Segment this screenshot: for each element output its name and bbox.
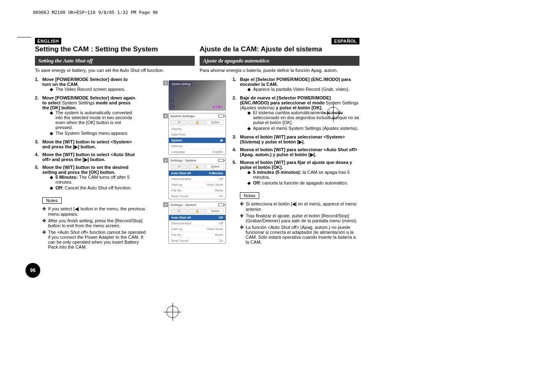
overlay-icon (170, 93, 175, 97)
screenshot-3: 3 System Settings ⚙ 🔒 System Display Dat… (168, 113, 226, 155)
menu-row-selected: Auto Shut offOff (169, 214, 226, 220)
club-icon: ✤ (42, 218, 48, 228)
lang-label-spanish: ESPAÑOL (332, 38, 359, 44)
step-number: 5. (35, 165, 42, 191)
diamond-icon: ◆ (50, 175, 55, 184)
step-text: Baje de nuevo el [Selector POWER/MODE] (… (240, 95, 359, 110)
step-text: Move [POWER/MODE Selector] down again to… (42, 95, 138, 110)
step-item: 2. Baje de nuevo el [Selector POWER/MODE… (233, 95, 359, 132)
intro-right: Para ahorrar energía o batería, puede de… (200, 68, 359, 73)
menu-row: DemonstrationOff (169, 176, 226, 182)
sub-bullet-text: Off: Cancel the Auto Shut off function. (55, 185, 132, 191)
step-text: Move the [W/T] button to select <Auto Sh… (42, 152, 138, 162)
registration-mark (166, 306, 179, 318)
note-text: Tras finalizar el ajuste, pulse el botón… (246, 213, 359, 223)
step-number: 2. (233, 95, 240, 132)
menu-row: Start-upVideo Mode (169, 182, 226, 187)
menu-row: Start-upVideo Mode (169, 226, 226, 232)
diamond-icon: ◆ (50, 110, 55, 130)
note-text: If you select [◀] button in the menu, th… (48, 206, 147, 217)
note-text: La función <Auto Shut off> (Apag. autom.… (246, 225, 359, 244)
print-header: 00906J M2100 UK+ESP~110 9/8/05 1:32 PM P… (33, 10, 158, 15)
tab-icon: 🔒 (189, 209, 206, 214)
step-text: Baje el [Selector POWER/MODE] (ENC./MODO… (240, 77, 359, 87)
menu-row-selected: System▶ (169, 137, 226, 143)
tab-system: System (207, 209, 224, 214)
diamond-icon: ◆ (247, 126, 253, 131)
page-number-badge: 96 (25, 263, 40, 278)
steps-right: 1. Baje el [Selector POWER/MODE] (ENC./M… (233, 77, 359, 244)
tab-icon: ⚙ (170, 164, 188, 169)
sub-bullet-text: The Video Record screen appears. (55, 87, 125, 92)
sub-bullet-text: 5 Minutes: The CAM turns off after 5 min… (55, 175, 138, 184)
menu-row: DemonstrationOff (169, 220, 226, 226)
step-number: 3. (233, 134, 240, 145)
step-text: Move the [W/T] button to select <System>… (42, 139, 138, 150)
sub-bullet-text: Aparece el menú System Settings (Ajustes… (253, 126, 358, 131)
lang-label-english: ENGLISH (35, 38, 61, 44)
tab-icon: 🔒 (189, 120, 206, 125)
diamond-icon: ◆ (50, 87, 55, 92)
sub-bullet-text: Aparece la pantalla Video Record (Grab. … (253, 87, 350, 92)
menu-row: Date/Time (169, 131, 226, 137)
menu-row: Memory (169, 143, 226, 149)
step-text: Move [POWER/MODE Selector] down to turn … (42, 77, 138, 87)
step-number: 3. (35, 139, 42, 150)
sub-bullet-text: 5 minutes (5 minutos): la CAM se apaga t… (253, 170, 359, 180)
menu-row: Beep SoundOn (169, 193, 226, 199)
step-item: 1. Baje el [Selector POWER/MODE] (ENC./M… (233, 77, 359, 93)
menu-row-selected: Auto Shut off5 Minutes (169, 170, 226, 176)
menu-row: File No.Reset (169, 232, 226, 238)
notes-label-right: Notas (240, 192, 259, 199)
screenshot-badge: 2 (163, 81, 168, 85)
screenshot-badge: 5 (163, 202, 168, 207)
screenshot-4: 4 Settings : System ⚙ 🔒 System Auto Shut… (168, 157, 226, 199)
crop-mark (17, 37, 31, 37)
subsection-bar-right: Ajuste de apagado automático (200, 56, 359, 66)
menu-row: Display (169, 126, 226, 131)
step-item: 4. Mueva el botón [W/T] para seleccionar… (233, 147, 359, 157)
step-number: 5. (233, 160, 240, 187)
menu-row: File No.Reset (169, 187, 226, 193)
sub-bullet-text: The System Settings menu appears. (55, 131, 129, 136)
step-number: 1. (233, 77, 240, 93)
steps-left: 1. Move [POWER/MODE Selector] down to tu… (35, 77, 138, 191)
battery-icon (218, 115, 224, 118)
club-icon: ✤ (240, 225, 246, 244)
diamond-icon: ◆ (247, 87, 253, 92)
step-text: Mueva el botón [W/T] para fijar el ajust… (240, 160, 359, 170)
notes-list-right: ✤Si selecciona el botón [◀] en el menú, … (240, 201, 359, 244)
tab-icon: 🔒 (189, 164, 206, 169)
section-title-left: Setting the CAM : Setting the System (35, 45, 195, 53)
diamond-icon: ◆ (50, 185, 55, 191)
screenshot-title: Settings : System (170, 203, 196, 207)
step-item: 5. Move the [W/T] button to set the desi… (35, 165, 138, 191)
screenshot-title: System Settings (170, 114, 194, 118)
step-text: Move the [W/T] button to set the desired… (42, 165, 138, 175)
battery-icon (218, 159, 224, 162)
club-icon: ✤ (42, 230, 48, 249)
step-text: Mueva el botón [W/T] para seleccionar <S… (240, 134, 359, 145)
section-title-right: Ajuste de la CAM: Ajuste del sistema (200, 45, 359, 53)
club-icon: ✤ (42, 206, 48, 217)
overlay-icon (170, 99, 175, 103)
step-item: 3. Move the [W/T] button to select <Syst… (35, 139, 138, 150)
intro-left: To save energy or battery, you can set t… (35, 68, 195, 73)
screenshot-5: 5 Settings : System ⚙ 🔒 System Auto Shut… (168, 202, 226, 244)
overlay-icon (170, 87, 175, 92)
note-text: Si selecciona el botón [◀] en el menú, a… (246, 201, 359, 212)
stby-label: STBY (213, 105, 223, 109)
screenshot-badge: 4 (163, 158, 168, 163)
step-number: 1. (35, 77, 42, 93)
notes-list-left: ✤If you select [◀] button in the menu, t… (42, 206, 147, 249)
subsection-bar-left: Setting the Auto Shut off (35, 56, 195, 66)
step-number: 4. (35, 152, 42, 162)
menu-row: Beep SoundOn (169, 238, 226, 243)
tab-system: System (207, 164, 224, 169)
sub-bullet-text: El sistema cambia automáticamente al mod… (253, 110, 359, 125)
note-text: The <Auto Shut off> function cannot be o… (48, 230, 147, 249)
sub-bullet-text: The system is automatically converted in… (55, 110, 138, 130)
overlay-icon (170, 104, 175, 109)
club-icon: ✤ (240, 213, 246, 223)
step-text: Mueva el botón [W/T] para seleccionar <A… (240, 147, 359, 157)
